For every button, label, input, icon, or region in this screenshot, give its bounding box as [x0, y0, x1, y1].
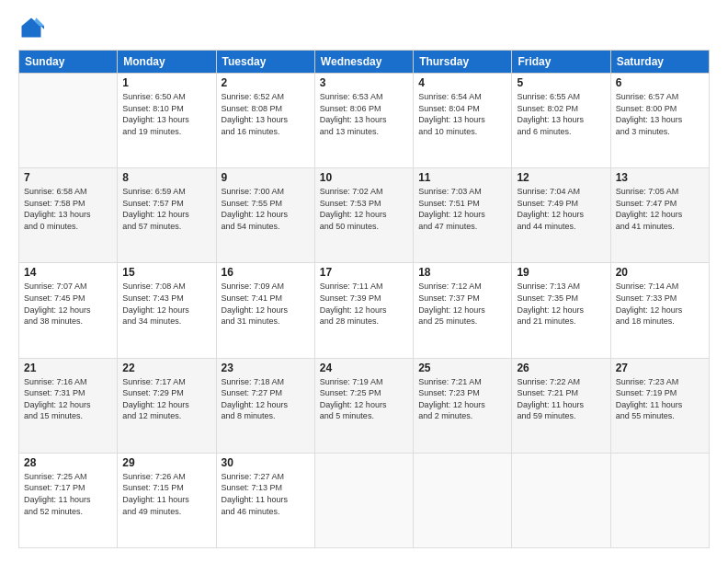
- day-number: 24: [320, 362, 408, 374]
- day-info: Sunrise: 7:04 AM Sunset: 7:49 PM Dayligh…: [517, 186, 605, 232]
- calendar-cell: 5Sunrise: 6:55 AM Sunset: 8:02 PM Daylig…: [512, 74, 610, 168]
- calendar-cell: 27Sunrise: 7:23 AM Sunset: 7:19 PM Dayli…: [610, 358, 709, 453]
- calendar-cell: 8Sunrise: 6:59 AM Sunset: 7:57 PM Daylig…: [118, 168, 216, 263]
- calendar-cell: 29Sunrise: 7:26 AM Sunset: 7:15 PM Dayli…: [118, 453, 216, 547]
- calendar-cell: [610, 453, 709, 547]
- logo: [18, 15, 48, 40]
- day-info: Sunrise: 7:05 AM Sunset: 7:47 PM Dayligh…: [616, 186, 704, 232]
- day-number: 30: [222, 456, 310, 469]
- day-info: Sunrise: 7:22 AM Sunset: 7:21 PM Dayligh…: [517, 376, 605, 422]
- week-row-1: 1Sunrise: 6:50 AM Sunset: 8:10 PM Daylig…: [19, 74, 710, 168]
- day-info: Sunrise: 6:54 AM Sunset: 8:04 PM Dayligh…: [418, 91, 506, 137]
- day-number: 2: [222, 76, 310, 89]
- calendar-cell: [414, 453, 512, 547]
- day-number: 6: [616, 76, 704, 89]
- day-number: 20: [616, 266, 704, 279]
- day-info: Sunrise: 7:11 AM Sunset: 7:39 PM Dayligh…: [320, 281, 408, 327]
- day-info: Sunrise: 7:03 AM Sunset: 7:51 PM Dayligh…: [418, 186, 506, 232]
- day-number: 21: [24, 362, 112, 374]
- week-row-3: 14Sunrise: 7:07 AM Sunset: 7:45 PM Dayli…: [19, 263, 710, 358]
- calendar-cell: 25Sunrise: 7:21 AM Sunset: 7:23 PM Dayli…: [414, 358, 512, 453]
- weekday-header-row: SundayMondayTuesdayWednesdayThursdayFrid…: [19, 51, 710, 74]
- calendar-cell: 24Sunrise: 7:19 AM Sunset: 7:25 PM Dayli…: [314, 358, 413, 453]
- calendar-cell: 17Sunrise: 7:11 AM Sunset: 7:39 PM Dayli…: [314, 263, 413, 358]
- day-number: 11: [418, 171, 506, 184]
- day-number: 23: [222, 362, 310, 374]
- calendar-cell: 22Sunrise: 7:17 AM Sunset: 7:29 PM Dayli…: [118, 358, 216, 453]
- day-number: 17: [320, 266, 408, 279]
- day-number: 1: [122, 76, 210, 89]
- day-info: Sunrise: 6:50 AM Sunset: 8:10 PM Dayligh…: [122, 91, 210, 137]
- day-number: 26: [517, 362, 605, 374]
- page: SundayMondayTuesdayWednesdayThursdayFrid…: [0, 0, 728, 563]
- header: [18, 15, 710, 40]
- weekday-header-thursday: Thursday: [414, 51, 512, 74]
- day-info: Sunrise: 7:26 AM Sunset: 7:15 PM Dayligh…: [122, 471, 210, 517]
- day-number: 28: [24, 456, 112, 469]
- day-number: 10: [320, 171, 408, 184]
- day-info: Sunrise: 6:58 AM Sunset: 7:58 PM Dayligh…: [24, 186, 112, 232]
- calendar-cell: [512, 453, 610, 547]
- day-info: Sunrise: 7:19 AM Sunset: 7:25 PM Dayligh…: [320, 376, 408, 422]
- weekday-header-monday: Monday: [118, 51, 216, 74]
- day-info: Sunrise: 6:52 AM Sunset: 8:08 PM Dayligh…: [222, 91, 310, 137]
- calendar-cell: 18Sunrise: 7:12 AM Sunset: 7:37 PM Dayli…: [414, 263, 512, 358]
- calendar-cell: 12Sunrise: 7:04 AM Sunset: 7:49 PM Dayli…: [512, 168, 610, 263]
- day-info: Sunrise: 7:12 AM Sunset: 7:37 PM Dayligh…: [418, 281, 506, 327]
- weekday-header-friday: Friday: [512, 51, 610, 74]
- calendar-cell: 9Sunrise: 7:00 AM Sunset: 7:55 PM Daylig…: [216, 168, 314, 263]
- day-number: 27: [616, 362, 704, 374]
- day-number: 14: [24, 266, 112, 279]
- day-info: Sunrise: 7:13 AM Sunset: 7:35 PM Dayligh…: [517, 281, 605, 327]
- calendar-cell: [19, 74, 118, 168]
- day-info: Sunrise: 6:53 AM Sunset: 8:06 PM Dayligh…: [320, 91, 408, 137]
- calendar-cell: 13Sunrise: 7:05 AM Sunset: 7:47 PM Dayli…: [610, 168, 709, 263]
- calendar-cell: 6Sunrise: 6:57 AM Sunset: 8:00 PM Daylig…: [610, 74, 709, 168]
- calendar-cell: 14Sunrise: 7:07 AM Sunset: 7:45 PM Dayli…: [19, 263, 118, 358]
- week-row-4: 21Sunrise: 7:16 AM Sunset: 7:31 PM Dayli…: [19, 358, 710, 453]
- day-number: 12: [517, 171, 605, 184]
- calendar-cell: 20Sunrise: 7:14 AM Sunset: 7:33 PM Dayli…: [610, 263, 709, 358]
- calendar-cell: 1Sunrise: 6:50 AM Sunset: 8:10 PM Daylig…: [118, 74, 216, 168]
- day-info: Sunrise: 7:09 AM Sunset: 7:41 PM Dayligh…: [222, 281, 310, 327]
- day-info: Sunrise: 7:14 AM Sunset: 7:33 PM Dayligh…: [616, 281, 704, 327]
- day-info: Sunrise: 6:55 AM Sunset: 8:02 PM Dayligh…: [517, 91, 605, 137]
- calendar-cell: 21Sunrise: 7:16 AM Sunset: 7:31 PM Dayli…: [19, 358, 118, 453]
- day-number: 4: [418, 76, 506, 89]
- day-info: Sunrise: 6:57 AM Sunset: 8:00 PM Dayligh…: [616, 91, 704, 137]
- calendar-cell: 10Sunrise: 7:02 AM Sunset: 7:53 PM Dayli…: [314, 168, 413, 263]
- calendar-cell: 3Sunrise: 6:53 AM Sunset: 8:06 PM Daylig…: [314, 74, 413, 168]
- weekday-header-wednesday: Wednesday: [314, 51, 413, 74]
- day-number: 9: [222, 171, 310, 184]
- day-number: 13: [616, 171, 704, 184]
- calendar-cell: 7Sunrise: 6:58 AM Sunset: 7:58 PM Daylig…: [19, 168, 118, 263]
- calendar-cell: 15Sunrise: 7:08 AM Sunset: 7:43 PM Dayli…: [118, 263, 216, 358]
- day-number: 16: [222, 266, 310, 279]
- day-number: 22: [122, 362, 210, 374]
- day-number: 29: [122, 456, 210, 469]
- week-row-2: 7Sunrise: 6:58 AM Sunset: 7:58 PM Daylig…: [19, 168, 710, 263]
- day-info: Sunrise: 7:17 AM Sunset: 7:29 PM Dayligh…: [122, 376, 210, 422]
- logo-icon: [18, 15, 44, 40]
- day-info: Sunrise: 7:08 AM Sunset: 7:43 PM Dayligh…: [122, 281, 210, 327]
- day-number: 3: [320, 76, 408, 89]
- day-info: Sunrise: 7:21 AM Sunset: 7:23 PM Dayligh…: [418, 376, 506, 422]
- weekday-header-saturday: Saturday: [610, 51, 709, 74]
- week-row-5: 28Sunrise: 7:25 AM Sunset: 7:17 PM Dayli…: [19, 453, 710, 547]
- calendar-cell: 4Sunrise: 6:54 AM Sunset: 8:04 PM Daylig…: [414, 74, 512, 168]
- day-info: Sunrise: 7:00 AM Sunset: 7:55 PM Dayligh…: [222, 186, 310, 232]
- calendar-cell: 11Sunrise: 7:03 AM Sunset: 7:51 PM Dayli…: [414, 168, 512, 263]
- day-info: Sunrise: 7:07 AM Sunset: 7:45 PM Dayligh…: [24, 281, 112, 327]
- day-info: Sunrise: 7:25 AM Sunset: 7:17 PM Dayligh…: [24, 471, 112, 517]
- day-number: 19: [517, 266, 605, 279]
- calendar-cell: [314, 453, 413, 547]
- day-info: Sunrise: 7:18 AM Sunset: 7:27 PM Dayligh…: [222, 376, 310, 422]
- day-info: Sunrise: 6:59 AM Sunset: 7:57 PM Dayligh…: [122, 186, 210, 232]
- day-number: 5: [517, 76, 605, 89]
- day-number: 25: [418, 362, 506, 374]
- day-number: 15: [122, 266, 210, 279]
- day-number: 18: [418, 266, 506, 279]
- weekday-header-sunday: Sunday: [19, 51, 118, 74]
- calendar-cell: 26Sunrise: 7:22 AM Sunset: 7:21 PM Dayli…: [512, 358, 610, 453]
- calendar-cell: 19Sunrise: 7:13 AM Sunset: 7:35 PM Dayli…: [512, 263, 610, 358]
